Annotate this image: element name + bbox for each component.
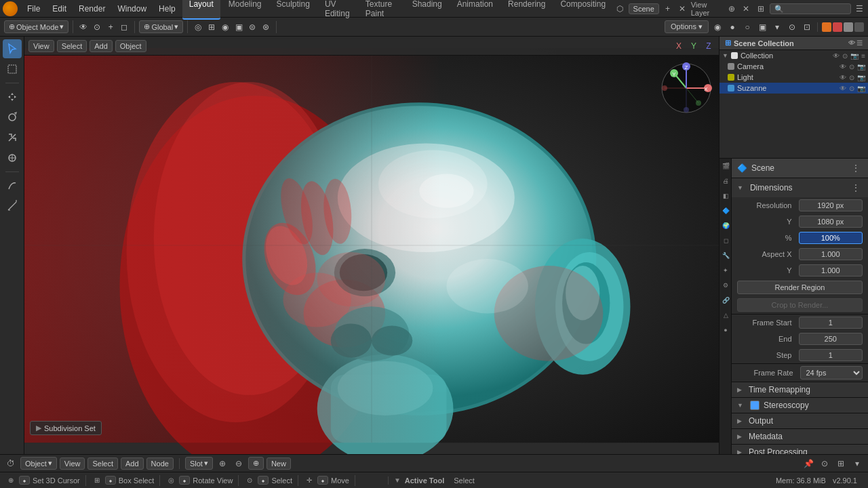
color-mat[interactable] — [833, 22, 842, 32]
menu-window[interactable]: Window — [112, 3, 152, 15]
global-search-input[interactable] — [770, 3, 851, 14]
workspace-layout[interactable]: Layout — [182, 0, 220, 20]
prop-scene-icon[interactable]: 🔷 — [719, 203, 732, 218]
pivot-icon[interactable]: ◎ — [192, 21, 204, 33]
prop-object-icon[interactable]: ◻ — [719, 233, 732, 248]
prop-render-icon[interactable]: 🎬 — [719, 159, 732, 174]
collection-visibility[interactable]: 👁 ⊙ 📷 ≡ — [833, 52, 865, 60]
outliner-collection-item[interactable]: ▼ Collection 👁 ⊙ 📷 ≡ — [719, 50, 868, 61]
view-layer-options-icon[interactable]: ⊕ — [726, 2, 737, 16]
timeline-select-menu[interactable]: Select — [87, 458, 118, 470]
object-btn[interactable]: ◻ — [118, 21, 130, 33]
timeline-add-menu[interactable]: Add — [121, 458, 144, 470]
snap-icon[interactable]: ⊞ — [205, 21, 218, 33]
timeline-pin-icon[interactable]: 📌 — [802, 457, 815, 470]
select-btn[interactable]: ⊙ — [91, 21, 103, 33]
resolution-y-value[interactable]: 1080 px — [799, 216, 863, 228]
shading-rendered-icon[interactable]: ○ — [741, 21, 753, 33]
full-screen-icon[interactable]: ⊞ — [755, 2, 766, 16]
colorspace-icon[interactable]: ⊕ — [248, 457, 264, 470]
frame-rate-select[interactable]: 24 fps 25 fps 30 fps 60 fps — [800, 366, 863, 380]
filter-icon[interactable]: ☰ — [854, 2, 865, 16]
workspace-modeling[interactable]: Modeling — [222, 0, 269, 20]
overlays-toggle[interactable]: ⊙ — [786, 21, 798, 33]
resolution-pct-value[interactable]: 100% — [799, 232, 863, 244]
output-header[interactable]: ▶ Output — [732, 413, 868, 428]
tool-cursor[interactable] — [3, 39, 22, 58]
color-solid[interactable] — [822, 22, 831, 32]
vp-view-menu[interactable]: View — [28, 40, 54, 52]
workspace-shading[interactable]: Shading — [406, 0, 449, 20]
prop-options-icon[interactable]: ⋮ — [849, 161, 863, 175]
timeline-view-menu[interactable]: View — [60, 458, 85, 470]
prop-output-icon[interactable]: 🖨 — [719, 174, 732, 188]
add-btn[interactable]: + — [104, 21, 117, 33]
slot-remove-icon[interactable]: ⊖ — [232, 457, 245, 470]
gizmo-x-icon[interactable]: X — [673, 40, 685, 52]
prop-data-icon[interactable]: △ — [719, 308, 732, 323]
frame-step-value[interactable]: 1 — [799, 349, 863, 361]
transform-orientation[interactable]: ⊕ Global ▾ — [139, 20, 183, 33]
workspace-texture-paint[interactable]: Texture Paint — [359, 0, 404, 20]
xray-toggle[interactable]: ⊡ — [801, 21, 813, 33]
menu-edit[interactable]: Edit — [47, 3, 72, 15]
view-layer-remove-icon[interactable]: ✕ — [741, 2, 752, 16]
shading-material-icon[interactable]: ● — [726, 21, 738, 33]
workspace-sculpting[interactable]: Sculpting — [270, 0, 317, 20]
aspect-y-value[interactable]: 1.000 — [799, 264, 863, 277]
color-back[interactable] — [854, 22, 864, 32]
gizmo-z-icon[interactable]: Z — [703, 40, 715, 52]
object-mode-selector[interactable]: ⊕ Object Mode ▾ — [4, 20, 68, 33]
render-region-btn[interactable]: Render Region — [737, 281, 863, 294]
prop-modifier-icon[interactable]: 🔧 — [719, 248, 732, 263]
outliner-filter-icon[interactable]: ☰ — [856, 39, 863, 47]
crop-render-btn[interactable]: Crop to Render... — [737, 298, 863, 312]
outliner-view-toggle[interactable]: 👁 — [848, 39, 855, 47]
render-engines-icon[interactable]: ⬡ — [614, 2, 625, 16]
viewport-3d[interactable]: View Select Add Object X Y Z — [24, 37, 719, 454]
timeline-options-icon[interactable]: ▾ — [850, 457, 864, 470]
tool-scale[interactable] — [3, 128, 22, 147]
vp-add-menu[interactable]: Add — [90, 40, 113, 52]
menu-help[interactable]: Help — [153, 3, 181, 15]
prop-constraints-icon[interactable]: 🔗 — [719, 293, 732, 308]
frame-end-value[interactable]: 250 — [799, 333, 863, 345]
timeline-grid-icon[interactable]: ⊞ — [834, 457, 848, 470]
snap-toggle-icon[interactable]: ▣ — [233, 21, 245, 33]
viewport-shading-options[interactable]: ▾ — [771, 21, 783, 33]
color-world[interactable] — [844, 22, 853, 32]
scene-add-icon[interactable]: + — [662, 2, 673, 16]
prop-world-icon[interactable]: 🌍 — [719, 218, 732, 233]
resolution-x-value[interactable]: 1920 px — [799, 199, 863, 211]
prop-particles-icon[interactable]: ✦ — [719, 263, 732, 278]
vp-select-menu[interactable]: Select — [57, 40, 87, 52]
time-remapping-header[interactable]: ▶ Time Remapping — [732, 382, 868, 397]
timeline-object-selector[interactable]: Object ▾ — [20, 457, 57, 470]
prop-material-icon[interactable]: ● — [719, 323, 732, 338]
shading-wireframe-icon[interactable]: ▣ — [756, 21, 768, 33]
new-slot-btn[interactable]: New — [267, 458, 291, 470]
aspect-x-value[interactable]: 1.000 — [799, 248, 863, 260]
metadata-header[interactable]: ▶ Metadata — [732, 429, 868, 444]
prop-physics-icon[interactable]: ⚙ — [719, 278, 732, 293]
stereoscopy-checkbox[interactable] — [750, 401, 760, 410]
tool-select[interactable] — [3, 60, 22, 79]
menu-file[interactable]: File — [22, 3, 45, 15]
viewport-navigation-gizmo[interactable]: X Y Z — [659, 61, 713, 115]
menu-render[interactable]: Render — [73, 3, 111, 15]
shading-solid-icon[interactable]: ◉ — [711, 21, 724, 33]
overlay-icon[interactable]: ⊜ — [246, 21, 258, 33]
scene-selector[interactable]: Scene — [629, 3, 659, 14]
proportional-edit-icon[interactable]: ◉ — [219, 21, 231, 33]
view-icon[interactable]: 👁 — [77, 21, 90, 33]
tool-measure[interactable] — [3, 197, 22, 216]
outliner-suzanne-item[interactable]: Suzanne 👁 ⊙ 📷 — [719, 83, 868, 94]
vp-object-menu[interactable]: Object — [115, 40, 146, 52]
prop-view-layer-icon[interactable]: ◧ — [719, 188, 732, 203]
post-processing-header[interactable]: ▶ Post Processing — [732, 445, 868, 454]
scene-remove-icon[interactable]: ✕ — [676, 2, 688, 16]
dimensions-header[interactable]: ▼ Dimensions ⋮ — [732, 178, 868, 197]
outliner-light-item[interactable]: Light 👁 ⊙ 📷 — [719, 72, 868, 83]
tool-move[interactable] — [3, 87, 22, 106]
slot-add-icon[interactable]: ⊕ — [216, 457, 229, 470]
